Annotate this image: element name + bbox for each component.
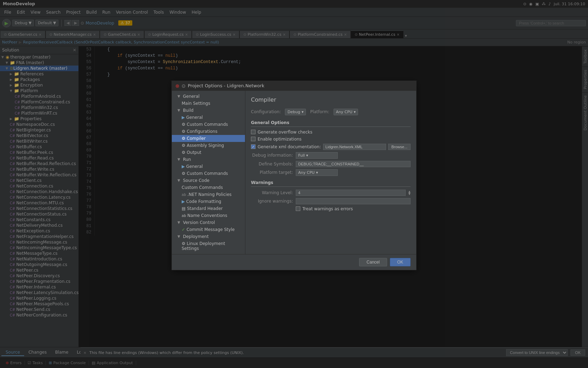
ab-icon: ab (182, 214, 186, 218)
modal-item-custom-commands-source[interactable]: Custom Commands (172, 184, 245, 191)
modal-item-linux-deployment[interactable]: ⚙ Linux Deployment Settings (172, 240, 245, 252)
modal-section-general[interactable]: ▼ General (172, 93, 245, 100)
gear-icon: ⚙ (182, 171, 186, 176)
section-label: Run (183, 157, 191, 162)
overflow-checks-label: Generate overflow checks (258, 130, 313, 135)
overflow-checks-checkbox[interactable] (251, 130, 255, 134)
modal-item-commit-message[interactable]: ✓ Commit Message Style (172, 226, 245, 233)
modal-section-source-code[interactable]: ▼ Source Code (172, 177, 245, 184)
xml-doc-label: Generate xml documentation: (258, 144, 321, 149)
compiler-heading: Compiler (251, 96, 411, 103)
config-select[interactable]: Debug ▾ (285, 109, 306, 115)
ignore-warnings-row: Ignore warnings: (251, 198, 411, 204)
platform-label: Platform: (310, 109, 329, 114)
modal-item-run-general[interactable]: ▶ General (172, 163, 245, 170)
modal-close-btn[interactable]: ⊗ (175, 83, 180, 89)
modal-overlay: ⊗ ⊙ Project Options - Lidgren.Network ▼ … (0, 0, 588, 368)
enable-optimizations-label: Enable optimizations (258, 137, 302, 142)
platform-select[interactable]: Any CPU ▾ (334, 109, 358, 115)
spin-down-icon[interactable]: ▼ (408, 193, 411, 195)
ignore-warnings-label: Ignore warnings: (251, 199, 293, 204)
toggle-icon: ▼ (177, 108, 180, 112)
modal-section-build[interactable]: ▼ Build (172, 107, 245, 114)
xml-doc-checkbox[interactable] (251, 144, 255, 149)
modal-section-version-control[interactable]: ▼ Version Control (172, 219, 245, 226)
modal-item-build-general[interactable]: ▶ General (172, 114, 245, 121)
modal-item-output[interactable]: ⚙ Output (172, 149, 245, 156)
modal-section-deployment[interactable]: ▼ Deployment (172, 233, 245, 240)
config-label: Configuration: (251, 109, 281, 114)
debug-info-select[interactable]: Full ▾ (296, 152, 338, 159)
gear-icon: ⚙ (182, 122, 186, 127)
section-label: Version Control (183, 220, 215, 225)
modal-item-net-naming[interactable]: ab .NET Naming Policies (172, 191, 245, 198)
platform-target-label: Platform target: (251, 170, 293, 175)
section-label: Deployment (183, 234, 209, 239)
modal-content: Compiler Configuration: Debug ▾ Platform… (245, 91, 416, 254)
modal-item-name-conventions[interactable]: ab Name Conventions (172, 212, 245, 219)
treat-warnings-label: Treat warnings as errors (302, 206, 353, 211)
modal-item-configurations[interactable]: ⚙ Configurations (172, 128, 245, 135)
enable-optimizations-row: Enable optimizations (251, 137, 411, 142)
browse-button[interactable]: Browse... (388, 144, 411, 150)
modal-tree: ▼ General Main Settings ▼ Build ▶ Genera… (172, 91, 245, 254)
toggle-icon: ▼ (177, 94, 180, 98)
xml-doc-row: Generate xml documentation: Browse... (251, 144, 411, 150)
treat-warnings-checkbox[interactable] (296, 206, 300, 211)
toggle-icon: ▼ (177, 178, 180, 182)
modal-item-main-settings[interactable]: Main Settings (172, 100, 245, 107)
modal-item-custom-commands-run[interactable]: ⚙ Custom Commands (172, 170, 245, 177)
define-symbols-input[interactable] (296, 161, 411, 167)
modal-item-compiler[interactable]: ⚙ Compiler (172, 135, 245, 142)
section-label: General (183, 94, 200, 99)
modal-item-code-formatting[interactable]: ▶ Code Formatting (172, 198, 245, 205)
treat-warnings-row: Treat warnings as errors (296, 206, 411, 211)
modal-body: ▼ General Main Settings ▼ Build ▶ Genera… (172, 91, 416, 254)
modal-title-text: Project Options - Lidgren.Network (188, 83, 264, 88)
warning-level-input[interactable] (296, 190, 406, 196)
general-options-header: General Options (251, 120, 411, 127)
modal-item-custom-commands-build[interactable]: ⚙ Custom Commands (172, 121, 245, 128)
modal-section-run[interactable]: ▼ Run (172, 156, 245, 163)
modal-title-bar: ⊗ ⊙ Project Options - Lidgren.Network (172, 81, 416, 91)
warnings-header: Warnings (251, 180, 411, 187)
toggle-icon: ▼ (177, 157, 180, 161)
warning-level-row: Warning Level: ▲ ▼ (251, 190, 411, 196)
define-symbols-label: Define Symbols: (251, 162, 293, 166)
toggle-icon: ▼ (177, 234, 180, 238)
config-row: Configuration: Debug ▾ Platform: Any CPU… (251, 109, 411, 115)
debug-info-label: Debug information: (251, 153, 293, 158)
debug-info-row: Debug information: Full ▾ (251, 152, 411, 159)
xml-doc-input[interactable] (323, 144, 386, 150)
gear-icon: ⚙ (182, 143, 186, 148)
modal-item-assembly-signing[interactable]: ⚙ Assembly Signing (172, 142, 245, 149)
modal-min-btn[interactable]: ⊙ (182, 83, 186, 89)
gear-icon: ⚙ (182, 150, 186, 155)
project-options-modal: ⊗ ⊙ Project Options - Lidgren.Network ▼ … (172, 81, 416, 270)
ignore-warnings-input[interactable] (296, 198, 411, 204)
ok-button[interactable]: OK (390, 258, 411, 266)
toggle-icon: ▼ (177, 220, 180, 224)
gear-icon: ⚙ (182, 129, 186, 134)
warning-level-spinner[interactable]: ▲ ▼ (408, 190, 411, 195)
platform-target-select[interactable]: Any CPU ▾ (296, 169, 338, 176)
overflow-checks-row: Generate overflow checks (251, 130, 411, 135)
define-symbols-row: Define Symbols: (251, 161, 411, 167)
platform-target-row: Platform target: Any CPU ▾ (251, 169, 411, 176)
cancel-button[interactable]: Cancel (359, 258, 387, 266)
enable-optimizations-checkbox[interactable] (251, 137, 255, 141)
doc-icon: ▤ (182, 206, 186, 211)
gear-icon: ⚙ (182, 241, 186, 246)
section-label: Build (183, 108, 194, 113)
warning-level-label: Warning Level: (251, 190, 293, 195)
section-label: Source Code (183, 178, 210, 183)
modal-footer: Cancel OK (172, 254, 416, 270)
gear-icon: ⚙ (182, 136, 186, 141)
modal-item-standard-header[interactable]: ▤ Standard Header (172, 205, 245, 212)
